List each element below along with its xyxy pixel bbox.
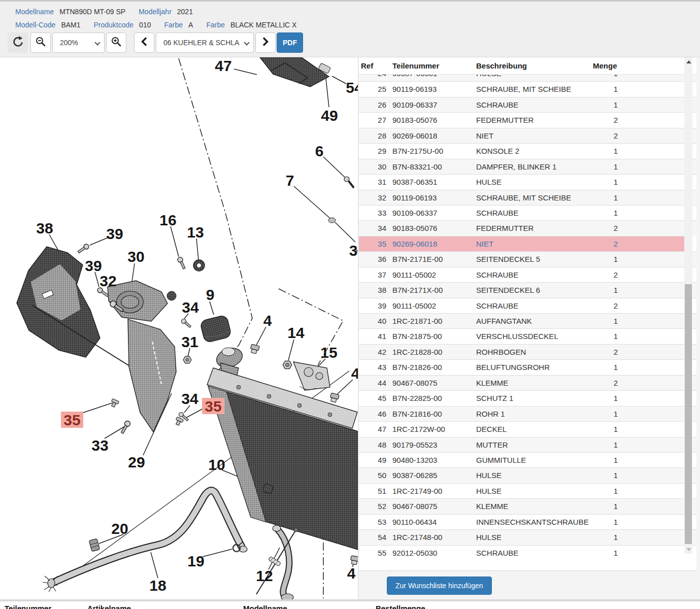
table-row[interactable]: 2790183-05076FEDERMUTTER2 <box>359 112 696 127</box>
cell-ref: 27 <box>361 116 386 124</box>
refresh-button[interactable] <box>8 32 28 53</box>
diagram-callout-38[interactable]: 38 <box>36 220 53 236</box>
table-row[interactable]: 5390110-06434INNENSECHSKANTSCHRAUBE1 <box>359 514 696 529</box>
diagram-callout-39[interactable]: 39 <box>106 225 123 242</box>
cell-qty: 2 <box>593 348 639 356</box>
table-row[interactable]: 3490183-05076FEDERMUTTER2 <box>359 220 696 235</box>
table-row[interactable]: 421RC-21828-00ROHRBOGEN2 <box>359 344 696 359</box>
table-row[interactable]: 2490387-06331HULSE1 <box>359 75 696 81</box>
table-row[interactable]: 43B7N-21826-00BELUFTUNGSROHR1 <box>359 359 696 375</box>
table-row[interactable]: 3290119-06193SCHRAUBE, MIT SCHEIBE1 <box>359 190 696 205</box>
table-row[interactable]: 471RC-2172W-00DECKEL1 <box>359 421 696 436</box>
part-hose-18 <box>43 491 247 592</box>
table-row[interactable]: 5592012-05030SCHRAUBE1 <box>359 545 696 560</box>
diagram-callout-47[interactable]: 47 <box>215 57 231 74</box>
model-field-label[interactable]: Modelljahr <box>139 8 172 16</box>
table-row[interactable]: 41B7N-21875-00VERSCHLUSSDECKEL1 <box>359 328 696 344</box>
diagram-callout-35[interactable]: 35 <box>63 412 80 428</box>
model-field: Modelljahr2021 <box>139 8 193 16</box>
cell-desc: FEDERMUTTER <box>476 116 534 124</box>
table-row[interactable]: 3190387-06351HULSE1 <box>359 174 696 189</box>
diagram-callout-15[interactable]: 15 <box>320 344 337 361</box>
diagram-callout-9[interactable]: 9 <box>206 286 215 303</box>
diagram-callout-4[interactable]: 4 <box>347 565 356 582</box>
table-row[interactable]: 2890269-06018NIET2 <box>359 128 696 143</box>
diagram-callout-12[interactable]: 12 <box>256 567 273 584</box>
cell-part: 90269-06018 <box>392 131 437 140</box>
cell-ref: 32 <box>361 193 386 202</box>
add-to-wishlist-button[interactable]: Zur Wunschliste hinzufügen <box>387 577 492 595</box>
table-row[interactable]: 46B7N-21816-00ROHR 11 <box>359 406 696 421</box>
model-field-label[interactable]: Farbe <box>206 21 225 29</box>
parts-table-scroll-area[interactable]: 2490387-06331HULSE12590119-06193SCHRAUBE… <box>359 75 696 571</box>
diagram-callout-19[interactable]: 19 <box>187 553 204 569</box>
table-row[interactable]: 5090387-06285HULSE1 <box>359 467 696 483</box>
table-row[interactable]: 3990111-05002SCHRAUBE2 <box>359 298 696 313</box>
table-row[interactable]: 511RC-21749-00HULSE1 <box>359 483 696 498</box>
model-field: Produktcode010 <box>94 21 151 29</box>
zoom-out-button[interactable] <box>30 32 51 53</box>
parts-table-header: Ref Teilenummer Beschreibung Menge <box>359 57 696 75</box>
cell-qty: 1 <box>593 100 639 109</box>
table-row[interactable]: 4490467-08075KLEMME2 <box>359 375 696 390</box>
diagram-callout-14[interactable]: 14 <box>287 324 305 341</box>
diagram-callout-16[interactable]: 16 <box>159 212 176 228</box>
scrollbar-down-arrow-icon[interactable] <box>684 545 692 554</box>
section-select[interactable]: 06 KUEHLER & SCHLA <box>156 32 254 53</box>
diagram-callout-3[interactable]: 3 <box>349 242 358 259</box>
diagram-callout-31[interactable]: 31 <box>181 333 198 350</box>
table-row[interactable]: 2590119-06193SCHRAUBE, MIT SCHEIBE1 <box>359 81 696 96</box>
table-row[interactable]: 36B7N-2171E-00SEITENDECKEL 51 <box>359 251 696 266</box>
diagram-callout-30[interactable]: 30 <box>127 248 144 265</box>
cell-ref: 49 <box>361 456 386 464</box>
next-section-button[interactable] <box>255 32 276 53</box>
model-field-label[interactable]: Modell-Code <box>15 21 55 29</box>
pdf-button[interactable]: PDF <box>277 32 303 53</box>
diagram-callout-32[interactable]: 32 <box>99 273 116 289</box>
table-row[interactable]: 3790111-05002SCHRAUBE2 <box>359 267 696 282</box>
table-row[interactable]: 5290467-08075KLEMME1 <box>359 498 696 514</box>
diagram-callout-33[interactable]: 33 <box>91 437 108 454</box>
diagram-callout-54[interactable]: 54 <box>346 79 358 96</box>
diagram-callout-29[interactable]: 29 <box>128 454 145 470</box>
table-row[interactable]: 38B7N-2171X-00SEITENDECKEL 61 <box>359 282 696 297</box>
diagram-callout-6[interactable]: 6 <box>315 143 324 159</box>
model-field-label[interactable]: Modellname <box>15 8 54 16</box>
cell-desc: SCHRAUBE <box>476 301 518 310</box>
diagram-callout-49[interactable]: 49 <box>321 107 338 124</box>
model-field: Modell-CodeBAM1 <box>15 21 81 29</box>
zoom-in-button[interactable] <box>106 32 126 53</box>
table-row[interactable]: 30B7N-83321-00DAMPFER, BLINKER 11 <box>359 159 696 174</box>
cell-part: B7N-21816-00 <box>392 410 442 418</box>
table-row[interactable]: 401RC-21871-00AUFFANGTANK1 <box>359 313 696 328</box>
table-row[interactable]: 45B7N-22825-00SCHUTZ 11 <box>359 390 696 405</box>
scrollbar-thumb[interactable] <box>685 284 692 544</box>
diagram-callout-13[interactable]: 13 <box>187 224 204 241</box>
model-field-label[interactable]: Produktcode <box>94 21 134 29</box>
table-row[interactable]: 3390109-06337SCHRAUBE1 <box>359 205 696 220</box>
diagram-callout-18[interactable]: 18 <box>149 577 166 594</box>
cell-desc: SCHUTZ 1 <box>476 394 513 402</box>
table-row[interactable]: 4890179-05523MUTTER1 <box>359 437 696 452</box>
table-row[interactable]: 29B7N-2175U-00KONSOLE 21 <box>359 143 696 158</box>
diagram-callout-39[interactable]: 39 <box>85 257 102 274</box>
diagram-callout-10[interactable]: 10 <box>208 456 225 473</box>
diagram-callout-4[interactable]: 4 <box>263 312 272 329</box>
col-header-beschreibung: Beschreibung <box>476 61 527 70</box>
diagram-callout-34[interactable]: 34 <box>182 299 199 316</box>
cell-part: B7N-21875-00 <box>392 332 442 341</box>
diagram-callout-34[interactable]: 34 <box>181 390 198 407</box>
vertical-scrollbar[interactable] <box>684 57 692 554</box>
diagram-callout-7[interactable]: 7 <box>286 172 294 189</box>
diagram-callout-4[interactable]: 4 <box>351 365 358 382</box>
diagram-callout-20[interactable]: 20 <box>111 520 128 537</box>
table-row[interactable]: 2690109-06337SCHRAUBE1 <box>359 97 696 112</box>
table-row[interactable]: 541RC-21748-00HULSE1 <box>359 529 696 545</box>
table-row[interactable]: 4990480-13203GUMMITULLE1 <box>359 452 696 467</box>
scrollbar-up-arrow-icon[interactable] <box>684 57 692 66</box>
zoom-level-select[interactable]: 200% <box>52 32 105 53</box>
prev-section-button[interactable] <box>134 32 154 53</box>
table-row[interactable]: 3590269-06018NIET2 <box>359 236 691 251</box>
diagram-callout-35[interactable]: 35 <box>205 398 221 415</box>
model-field-label[interactable]: Farbe <box>164 21 183 29</box>
